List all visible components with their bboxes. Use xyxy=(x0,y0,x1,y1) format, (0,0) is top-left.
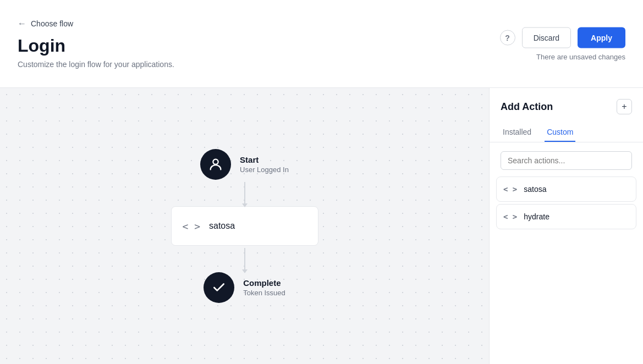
add-button[interactable]: + xyxy=(617,99,632,114)
code-icon-main: < > xyxy=(183,220,201,232)
code-icon-hydrate: < > xyxy=(503,212,517,221)
arrow-line-1 xyxy=(244,182,245,204)
search-input[interactable] xyxy=(501,151,632,170)
back-arrow-icon: ← xyxy=(18,19,26,29)
flow-canvas: Start User Logged In < > satosa xyxy=(0,88,489,364)
apply-button[interactable]: Apply xyxy=(578,27,625,48)
arrow-1 xyxy=(244,180,245,206)
tab-custom[interactable]: Custom xyxy=(545,123,575,142)
complete-label: Complete Token Issued xyxy=(243,278,285,297)
start-node: Start User Logged In xyxy=(200,149,289,180)
breadcrumb-label: Choose flow xyxy=(31,19,73,28)
start-label: Start User Logged In xyxy=(240,155,289,174)
complete-subtitle: Token Issued xyxy=(243,289,285,297)
arrow-2 xyxy=(244,246,245,272)
arrow-line-2 xyxy=(244,248,245,270)
main: Start User Logged In < > satosa xyxy=(0,88,643,364)
panel-tabs: Installed Custom xyxy=(490,123,643,142)
action-item-name-satosa: satosa xyxy=(524,185,546,194)
complete-title: Complete xyxy=(243,278,285,288)
tab-installed[interactable]: Installed xyxy=(501,123,534,142)
panel-title: Add Action xyxy=(501,101,553,113)
right-panel: Add Action + Installed Custom < > satosa… xyxy=(489,88,643,364)
action-list: < > satosa < > hydrate xyxy=(490,177,643,364)
svg-point-0 xyxy=(213,159,218,164)
discard-button[interactable]: Discard xyxy=(522,27,571,48)
unsaved-notice: There are unsaved changes xyxy=(536,52,625,60)
complete-circle xyxy=(204,272,234,303)
page-subtitle: Customize the login flow for your applic… xyxy=(18,60,625,69)
code-icon-satosa: < > xyxy=(503,185,517,194)
list-item[interactable]: < > satosa xyxy=(496,177,636,202)
start-subtitle: User Logged In xyxy=(240,166,289,174)
header-actions: ? Discard Apply There are unsaved change… xyxy=(500,27,625,60)
header: ← Choose flow Login Customize the login … xyxy=(0,0,643,88)
list-item[interactable]: < > hydrate xyxy=(496,204,636,229)
action-node[interactable]: < > satosa xyxy=(171,206,318,246)
start-title: Start xyxy=(240,155,289,164)
action-node-name: satosa xyxy=(209,221,235,231)
action-item-name-hydrate: hydrate xyxy=(524,212,549,221)
complete-node: Complete Token Issued xyxy=(204,272,285,303)
search-container xyxy=(490,142,643,177)
panel-header: Add Action + xyxy=(490,88,643,114)
help-icon[interactable]: ? xyxy=(500,30,515,45)
start-circle xyxy=(200,149,231,180)
flow-container: Start User Logged In < > satosa xyxy=(171,149,318,303)
